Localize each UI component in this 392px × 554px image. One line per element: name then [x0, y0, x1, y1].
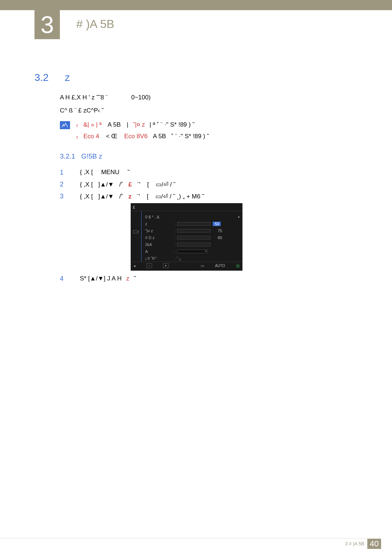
- osd-slider[interactable]: [177, 243, 211, 246]
- note2-mid: < Œ: [106, 133, 118, 140]
- intro-line-1: A H £,X H ' z ˜˜8 ¨ 0~100): [60, 93, 151, 102]
- osd-static-value: : ˜ ¿: [174, 256, 181, 260]
- osd-back-button[interactable]: ◂: [134, 264, 135, 268]
- intro-line1-right: 0~100): [131, 94, 150, 101]
- osd-footer: ◂ − + ▭ AUTO ⏻: [131, 262, 242, 270]
- note-icon: [60, 121, 70, 129]
- bullet-icon: z: [76, 135, 78, 139]
- step-4: 4 S* [▲/▼] J A H z ˜: [60, 275, 136, 283]
- osd-dropdown[interactable]: [177, 250, 208, 253]
- section-heading: 3.2 z: [34, 72, 70, 83]
- step-2: 2 { ,X [ ]▲/▼ /˚ £ ¨' [ ▭/⏎ / ˜: [60, 181, 204, 188]
- step3-a: { ,X [: [80, 193, 93, 200]
- osd-row-3[interactable]: # D z : 60: [145, 234, 240, 241]
- arrow-right-icon: ▸: [238, 214, 240, 219]
- step2-mid: /˚: [119, 181, 123, 188]
- osd-title: £: [133, 205, 135, 209]
- note2-tail: ˚ ¨ ·'' S* !89 ) ˜: [171, 133, 209, 140]
- svg-rect-0: [133, 230, 138, 233]
- note1-mid: A 5B: [108, 121, 121, 128]
- osd-auto-button[interactable]: AUTO: [215, 264, 225, 268]
- osd-list: 0 $ * . & ▸ z : 50 ˜|¤ z : 75 #: [142, 211, 242, 262]
- svg-rect-1: [138, 231, 139, 233]
- osd-row-label: # D z: [145, 235, 174, 240]
- step4-tail: ˜: [134, 275, 136, 282]
- osd-category-icon-col: [131, 211, 142, 262]
- step2-accent: £: [128, 181, 132, 188]
- note-list: z &| » | ª A 5B | ˜|¤ z | ª ˚ ¨ ·'' S* !…: [76, 121, 209, 144]
- step-number: 2: [60, 181, 80, 188]
- osd-row-label: 2kA: [145, 242, 174, 247]
- chapter-tab: 3: [34, 10, 60, 39]
- note1-tail: | ª ˚ ¨ ·'' S* !89 ) ˜: [150, 121, 195, 128]
- note1-pre: &| » | ª: [83, 121, 102, 128]
- source-enter-icon: ▭/⏎: [156, 181, 168, 188]
- osd-slider[interactable]: [177, 222, 211, 226]
- step4-accent: z: [126, 275, 130, 282]
- step3-tail: / ˜ ¸) „ + M6 ˜: [170, 193, 204, 200]
- step3-accent: z: [128, 193, 132, 200]
- note-item-2: z Eco 4 < Œ Eco 8V6 A 5B ˚ ¨ ·'' S* !89 …: [76, 133, 209, 140]
- osd-power-button[interactable]: ⏻: [236, 264, 240, 268]
- subsection-number: 3.2.1: [60, 152, 75, 160]
- subsection-title: G!5B z: [81, 152, 102, 160]
- osd-value: 50: [213, 222, 221, 226]
- step-number: 4: [60, 275, 80, 283]
- top-stripe: [0, 0, 392, 10]
- intro-line1-left: A H £,X H ' z ˜˜8 ¨: [60, 94, 108, 101]
- osd-plus-button[interactable]: +: [163, 263, 169, 268]
- note2-pre: Eco 4: [83, 133, 99, 140]
- osd-row-6: ¡ h ˚K° : ˜ ¿: [145, 255, 240, 262]
- osd-row-5[interactable]: A :: [145, 248, 240, 255]
- note1-accent: ˜|¤ z: [133, 121, 145, 128]
- bullet-icon: z: [76, 123, 78, 127]
- step-number: 1: [60, 169, 80, 176]
- osd-row-4[interactable]: 2kA :: [145, 241, 240, 248]
- osd-row-2[interactable]: ˜|¤ z : 75: [145, 227, 240, 234]
- step3-bracket: [: [147, 193, 149, 200]
- step3-arrows: ]▲/▼: [98, 193, 114, 200]
- step3-mid2: ¨': [137, 193, 140, 200]
- subsection-heading: 3.2.1 G!5B z: [60, 152, 102, 160]
- steps-list: 1 { ,X [ MENU ˜ 2 { ,X [ ]▲/▼ /˚ £ ¨' [ …: [60, 169, 204, 205]
- source-enter-icon: ▭/⏎: [155, 193, 168, 200]
- osd-row-label: z: [145, 222, 174, 226]
- step2-a: { ,X [: [80, 181, 93, 188]
- step1-menu: MENU: [101, 169, 119, 176]
- osd-value: 60: [213, 235, 222, 240]
- osd-header: £: [131, 203, 242, 211]
- osd-row-0[interactable]: 0 $ * . & ▸: [145, 213, 240, 220]
- page-number: 40: [367, 539, 381, 549]
- note2-accent: Eco 8V6: [124, 133, 147, 140]
- footer-breadcrumb: 3 # )A 5B: [345, 541, 364, 546]
- chapter-number: 3: [41, 11, 54, 38]
- section-title: z: [65, 72, 70, 83]
- step-3: 3 { ,X [ ]▲/▼ /˚ z ¨' [ ▭/⏎ / ˜ ¸) „ + M…: [60, 193, 204, 200]
- osd-value: 75: [213, 229, 222, 233]
- osd-row-label: A: [145, 249, 174, 254]
- page-footer: 3 # )A 5B 40: [0, 539, 392, 550]
- step2-mid2: ¨': [137, 181, 140, 188]
- osd-slider[interactable]: [177, 236, 211, 239]
- step-1: 1 { ,X [ MENU ˜: [60, 169, 204, 176]
- osd-row-label: 0 $ * . &: [145, 215, 174, 219]
- step3-mid: /˚: [119, 193, 123, 200]
- note-item-1: z &| » | ª A 5B | ˜|¤ z | ª ˚ ¨ ·'' S* !…: [76, 121, 209, 128]
- intro-line-2: C^ ß ¨ £ zC^P‹ ˜: [60, 106, 104, 115]
- osd-row-label: ¡ h ˚K°: [145, 256, 174, 260]
- step-number: 3: [60, 193, 80, 200]
- step1-c: ˜: [127, 169, 130, 176]
- step2-bracket: [: [147, 181, 149, 188]
- osd-slider[interactable]: [177, 229, 211, 233]
- chapter-title: # )A 5B: [76, 17, 114, 31]
- section-number: 3.2: [34, 72, 49, 83]
- footer-divider: [0, 538, 381, 538]
- step4-a: S* [▲/▼] J A H: [80, 275, 122, 282]
- osd-minus-button[interactable]: −: [146, 263, 152, 268]
- step2-arrows: ]▲/▼: [98, 181, 114, 188]
- note2-post: A 5B: [153, 133, 166, 140]
- osd-row-label: ˜|¤ z: [145, 229, 174, 233]
- osd-source-button[interactable]: ▭: [201, 264, 204, 268]
- step2-tail: / ˜: [170, 181, 175, 188]
- osd-row-1[interactable]: z : 50: [145, 220, 240, 227]
